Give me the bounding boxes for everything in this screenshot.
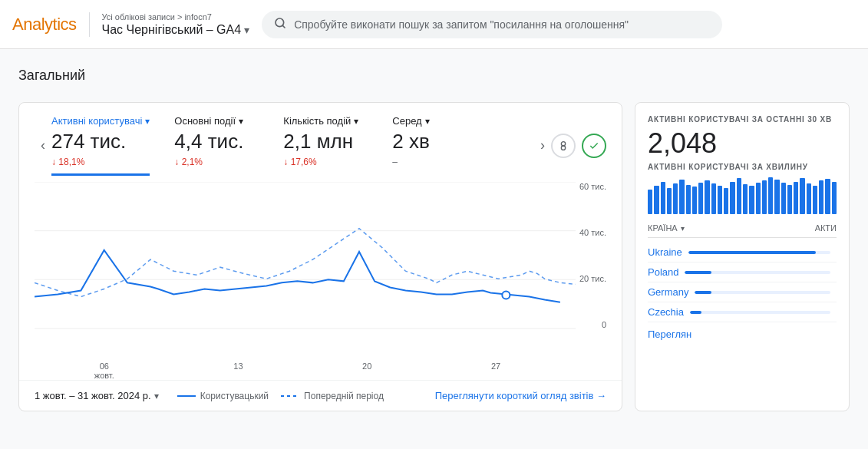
mini-bar — [705, 180, 709, 214]
header-divider — [89, 12, 90, 37]
country-rows: Ukraine Poland Germany Czechia — [648, 243, 837, 322]
legend-line-dashed — [281, 395, 299, 397]
y-label-40: 40 тис. — [579, 228, 606, 237]
metric-change-1: ↓ 2,1% — [174, 157, 259, 167]
mini-bar — [774, 180, 779, 214]
y-axis-labels: 60 тис. 40 тис. 20 тис. 0 — [579, 182, 606, 329]
metric-label-0[interactable]: Активні користувачі ▾ — [51, 115, 150, 127]
mini-bar — [756, 183, 761, 214]
country-name[interactable]: Poland — [648, 266, 678, 278]
country-col-label[interactable]: КРАЇНА ▾ — [648, 223, 685, 233]
chevron-down-icon: ▾ — [244, 24, 249, 36]
country-bar-fill — [685, 271, 711, 274]
x-label-06: 06жовт. — [94, 362, 114, 380]
x-label-13: 13 — [233, 362, 243, 380]
y-label-20: 20 тис. — [579, 274, 606, 283]
mini-bar — [661, 182, 665, 215]
chart-svg-container — [35, 182, 576, 329]
country-bar-container — [695, 291, 830, 294]
content-row: ‹ Активні користувачі ▾ 274 тис. ↓ 18,1%… — [18, 102, 850, 411]
header-nav: Усі облікові записи > infocn7 Час Черніг… — [102, 12, 250, 36]
app-logo: Analytics — [12, 15, 77, 35]
legend-solid: Користувацький — [177, 391, 269, 401]
next-button[interactable]: › — [534, 131, 551, 160]
x-label-27: 27 — [491, 362, 500, 380]
mini-bar — [686, 185, 691, 214]
main-content: Загальний ‹ Активні користувачі ▾ 274 ти… — [0, 49, 868, 411]
compare-icon[interactable] — [551, 134, 576, 158]
country-bar-fill — [688, 251, 817, 254]
realtime-number: 2,048 — [648, 127, 837, 160]
mini-bar — [692, 187, 697, 214]
x-label-20: 20 — [362, 362, 371, 380]
mini-bar — [749, 186, 754, 214]
metric-avg-duration: Серед ▾ 2 хв – — [392, 115, 477, 176]
metric-label-3[interactable]: Серед ▾ — [392, 115, 477, 127]
country-name[interactable]: Czechia — [648, 306, 684, 318]
chart-legend: Користувацький Попередній період — [177, 391, 384, 401]
mini-bar — [787, 185, 792, 214]
mini-bar — [673, 183, 678, 214]
chart-area: 60 тис. 40 тис. 20 тис. 0 — [19, 176, 622, 360]
prev-button[interactable]: ‹ — [35, 131, 51, 160]
property-name: Час Чернігівський – GA4 — [102, 23, 242, 37]
y-label-0: 0 — [602, 320, 606, 329]
country-bar-fill — [690, 311, 701, 314]
chart-card: ‹ Активні користувачі ▾ 274 тис. ↓ 18,1%… — [18, 102, 622, 411]
metrics-list: Активні користувачі ▾ 274 тис. ↓ 18,1% О… — [51, 115, 534, 176]
footer-left: 1 жовт. – 31 жовт. 2024 р. ▾ Користуваць… — [35, 390, 384, 401]
dropdown-arrow-icon-3: ▾ — [425, 116, 430, 127]
date-range-arrow-icon: ▾ — [154, 391, 159, 401]
country-row: Czechia — [648, 302, 837, 322]
country-bar-track — [695, 291, 830, 294]
property-selector[interactable]: Час Чернігівський – GA4 ▾ — [102, 23, 250, 37]
metric-label-1[interactable]: Основні події ▾ — [174, 115, 259, 127]
section-title: Загальний — [18, 68, 850, 84]
y-label-60: 60 тис. — [579, 182, 606, 191]
check-icon[interactable] — [582, 134, 606, 158]
realtime-subheader: АКТИВНІ КОРИСТУВАЧІ ЗА ХВИЛИНУ — [648, 163, 837, 171]
mini-bar — [800, 178, 804, 214]
legend-dashed: Попередній період — [281, 391, 384, 401]
metric-label-2[interactable]: Кількість подій ▾ — [283, 115, 368, 127]
country-bar-track — [685, 271, 830, 274]
svg-point-2 — [561, 141, 565, 145]
view-more-link[interactable]: Переглян — [648, 328, 837, 340]
country-sort-icon: ▾ — [681, 224, 685, 233]
country-row: Poland — [648, 262, 837, 282]
x-axis-labels: 06жовт. 13 20 27 — [19, 360, 576, 380]
country-table-header: КРАЇНА ▾ АКТИ — [648, 223, 837, 238]
dropdown-arrow-icon: ▾ — [145, 116, 150, 127]
data-point — [502, 292, 510, 299]
mini-bar — [794, 182, 798, 215]
mini-bar — [724, 188, 728, 215]
country-name[interactable]: Ukraine — [648, 246, 682, 258]
metrics-row: ‹ Активні користувачі ▾ 274 тис. ↓ 18,1%… — [19, 103, 622, 176]
search-icon — [274, 17, 286, 32]
mini-bar — [654, 186, 658, 214]
svg-point-3 — [561, 146, 565, 150]
mini-bar-chart — [648, 177, 837, 214]
date-range-selector[interactable]: 1 жовт. – 31 жовт. 2024 р. ▾ — [35, 390, 159, 401]
active-col-label: АКТИ — [815, 223, 837, 233]
svg-line-1 — [282, 25, 285, 28]
mini-bar — [698, 183, 703, 215]
realtime-header-label: АКТИВНІ КОРИСТУВАЧІ ЗА ОСТАННІ 30 ХВ — [648, 115, 837, 124]
mini-bar — [737, 178, 741, 214]
country-bar-container — [685, 271, 830, 274]
view-reports-link[interactable]: Переглянути короткий огляд звітів → — [435, 390, 606, 401]
country-name[interactable]: Germany — [648, 286, 688, 298]
country-bar-track — [688, 251, 830, 254]
country-row: Germany — [648, 282, 837, 302]
metric-change-3: – — [392, 157, 477, 167]
metric-value-1: 4,4 тис. — [174, 130, 259, 154]
mini-bar — [825, 179, 830, 214]
metric-icons — [551, 134, 606, 158]
mini-bar — [679, 180, 684, 214]
country-bar-fill — [695, 291, 711, 294]
search-bar[interactable]: Спробуйте виконати пошук за запитом "пос… — [262, 11, 722, 38]
mini-bar — [667, 188, 672, 215]
country-bar-track — [690, 311, 830, 314]
metric-value-3: 2 хв — [392, 130, 477, 154]
mini-bar — [730, 182, 734, 215]
